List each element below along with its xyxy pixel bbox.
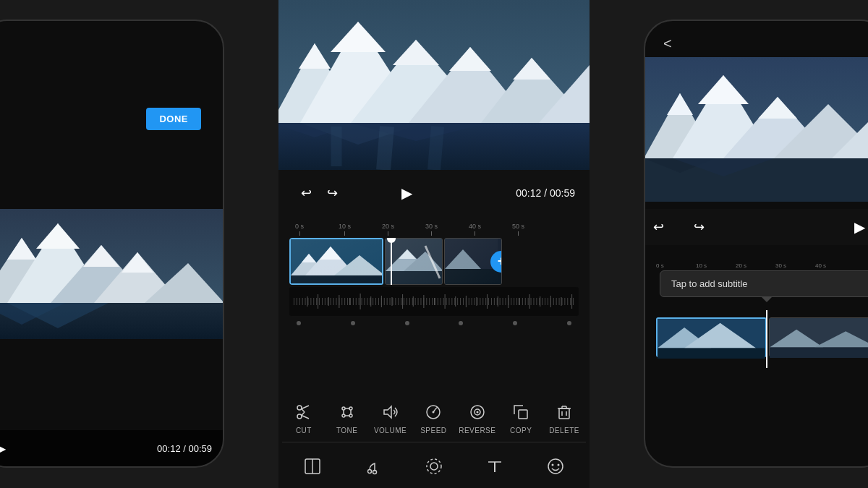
time-display-center: 00:12 / 00:59 (516, 187, 575, 199)
speed-icon (422, 401, 445, 424)
toolbar-item-text[interactable] (480, 452, 509, 481)
ruler-mark-20: 20 s (382, 223, 394, 236)
svg-point-108 (430, 463, 438, 470)
ruler-mark-10: 10 s (339, 223, 351, 236)
playback-controls-center: ↩ ↪ ▶ 00:12 / 00:59 (278, 170, 590, 216)
waveform-bar (289, 287, 579, 316)
svg-rect-51 (318, 294, 318, 309)
svg-rect-134 (770, 347, 869, 358)
timeline-right: 0 s 10 s 20 s 30 s 40 s (645, 252, 868, 273)
video-preview-right (645, 57, 868, 202)
reverse-icon (466, 401, 489, 424)
mountain-scene-center (278, 0, 590, 170)
svg-marker-37 (320, 247, 341, 260)
play-button-right[interactable]: ▶ (845, 213, 868, 241)
svg-rect-68 (498, 296, 498, 307)
delete-label: DELETE (549, 427, 579, 435)
svg-rect-74 (561, 297, 562, 306)
svg-rect-97 (559, 408, 569, 419)
toolbar-item-effects[interactable] (420, 452, 448, 481)
reverse-label: REVERSE (459, 427, 495, 435)
svg-rect-96 (519, 410, 527, 419)
playhead-right (766, 310, 767, 368)
timeline-ruler: 0 s 10 s 20 s 30 s 40 s 50 s (289, 220, 579, 236)
timeline-dots (289, 318, 579, 328)
svg-marker-46 (445, 249, 481, 269)
svg-rect-59 (402, 294, 403, 309)
controls-right: ↩ ↪ ▶ (645, 209, 868, 245)
ruler-right: 0 s 10 s 20 s 30 s 40 s (656, 256, 868, 269)
svg-rect-38 (291, 275, 383, 285)
playhead[interactable] (391, 238, 392, 285)
back-button[interactable]: < (663, 35, 672, 52)
svg-line-30 (383, 127, 387, 170)
ruler-mark-30: 30 s (425, 223, 438, 236)
done-button[interactable]: DONE (146, 108, 201, 130)
svg-line-44 (425, 246, 440, 278)
svg-rect-69 (508, 295, 509, 308)
toolbar-item-music[interactable] (359, 452, 388, 481)
undo-button-right[interactable]: ↩ (645, 214, 671, 240)
toolbar-item-format[interactable] (298, 452, 327, 481)
mountain-scene-left (0, 209, 223, 339)
toolbar-item-cut[interactable]: CUT (286, 401, 322, 435)
svg-rect-65 (466, 296, 467, 307)
clip-right-1[interactable] (656, 317, 767, 357)
svg-line-81 (302, 412, 305, 416)
clip-thumb-2 (386, 239, 442, 284)
clip-3[interactable]: + (444, 238, 502, 285)
svg-rect-56 (370, 296, 371, 307)
video-preview-left (0, 209, 223, 339)
svg-point-95 (476, 411, 478, 414)
clips-right (656, 317, 868, 357)
volume-label: VOLUME (374, 427, 407, 435)
toolbar-item-speed[interactable]: SPEED (415, 401, 451, 435)
volume-icon (379, 401, 402, 424)
clip-thumb-1 (291, 239, 382, 283)
subtitle-tooltip[interactable]: Tap to add subtitle (660, 270, 868, 297)
svg-point-106 (368, 470, 372, 474)
toolbar-item-tone[interactable]: TONE (329, 401, 365, 435)
clip-2[interactable] (385, 238, 443, 285)
svg-rect-73 (550, 296, 551, 307)
svg-rect-130 (658, 348, 765, 359)
svg-rect-50 (307, 296, 308, 307)
phone-right: < (644, 20, 868, 468)
svg-rect-43 (386, 271, 443, 285)
clip-1[interactable] (289, 238, 383, 285)
toolbar-item-reverse[interactable]: REVERSE (459, 401, 495, 435)
toolbar-item-volume[interactable]: VOLUME (373, 401, 409, 435)
clip-right-2[interactable] (769, 317, 869, 357)
svg-rect-53 (339, 295, 339, 308)
copy-icon (509, 401, 532, 424)
svg-rect-47 (445, 269, 502, 285)
ruler-mark-50: 50 s (512, 223, 524, 236)
svg-marker-36 (302, 254, 316, 262)
toolbar-item-emoji[interactable] (541, 452, 570, 481)
toolbar-divider (282, 442, 586, 442)
svg-point-92 (433, 411, 435, 414)
phones-container: DONE (0, 0, 868, 488)
svg-rect-70 (519, 298, 519, 305)
subtitle-tooltip-text: Tap to add subtitle (671, 278, 748, 289)
play-button-center[interactable]: ▶ (392, 179, 421, 207)
svg-rect-52 (328, 297, 329, 306)
toolbar-item-copy[interactable]: COPY (503, 401, 539, 435)
redo-button-right[interactable]: ↪ (686, 214, 712, 240)
play-button-left[interactable]: ▶ (0, 437, 12, 459)
phone-center: ↩ ↪ ▶ 00:12 / 00:59 0 s 10 s 20 s 30 s 4… (278, 0, 590, 488)
toolbar-item-delete[interactable]: DELETE (546, 401, 582, 435)
svg-rect-64 (455, 296, 456, 307)
svg-point-84 (342, 414, 345, 417)
ruler-right-10: 10 s (696, 262, 707, 269)
dot-4 (459, 321, 463, 325)
undo-button[interactable]: ↩ (293, 180, 319, 206)
svg-point-107 (373, 471, 377, 474)
dot-1 (297, 321, 301, 325)
cut-label: CUT (296, 427, 312, 435)
svg-point-77 (297, 414, 302, 419)
svg-rect-61 (423, 295, 424, 308)
redo-button[interactable]: ↪ (319, 180, 345, 206)
ruler-mark-0: 0 s (295, 223, 304, 236)
toolbar-row-1: CUT (282, 397, 586, 438)
